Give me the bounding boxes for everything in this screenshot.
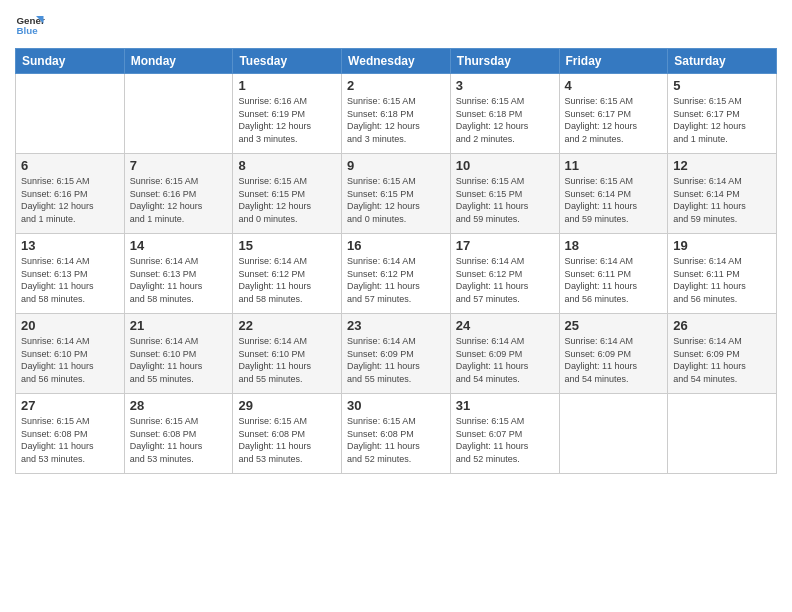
day-info: Sunrise: 6:14 AM Sunset: 6:09 PM Dayligh… — [673, 335, 771, 385]
day-number: 21 — [130, 318, 228, 333]
calendar-cell: 8Sunrise: 6:15 AM Sunset: 6:15 PM Daylig… — [233, 154, 342, 234]
day-info: Sunrise: 6:15 AM Sunset: 6:08 PM Dayligh… — [130, 415, 228, 465]
day-info: Sunrise: 6:14 AM Sunset: 6:10 PM Dayligh… — [21, 335, 119, 385]
day-info: Sunrise: 6:14 AM Sunset: 6:09 PM Dayligh… — [347, 335, 445, 385]
day-info: Sunrise: 6:15 AM Sunset: 6:16 PM Dayligh… — [21, 175, 119, 225]
calendar-cell: 14Sunrise: 6:14 AM Sunset: 6:13 PM Dayli… — [124, 234, 233, 314]
day-number: 14 — [130, 238, 228, 253]
page: General Blue SundayMondayTuesdayWednesda… — [0, 0, 792, 612]
calendar-cell: 12Sunrise: 6:14 AM Sunset: 6:14 PM Dayli… — [668, 154, 777, 234]
day-number: 2 — [347, 78, 445, 93]
calendar-cell: 10Sunrise: 6:15 AM Sunset: 6:15 PM Dayli… — [450, 154, 559, 234]
day-info: Sunrise: 6:14 AM Sunset: 6:09 PM Dayligh… — [565, 335, 663, 385]
day-number: 13 — [21, 238, 119, 253]
day-number: 20 — [21, 318, 119, 333]
calendar-cell: 29Sunrise: 6:15 AM Sunset: 6:08 PM Dayli… — [233, 394, 342, 474]
day-number: 27 — [21, 398, 119, 413]
calendar-header-sunday: Sunday — [16, 49, 125, 74]
day-info: Sunrise: 6:14 AM Sunset: 6:11 PM Dayligh… — [673, 255, 771, 305]
calendar-cell: 19Sunrise: 6:14 AM Sunset: 6:11 PM Dayli… — [668, 234, 777, 314]
day-info: Sunrise: 6:15 AM Sunset: 6:15 PM Dayligh… — [238, 175, 336, 225]
calendar-cell: 6Sunrise: 6:15 AM Sunset: 6:16 PM Daylig… — [16, 154, 125, 234]
day-number: 19 — [673, 238, 771, 253]
calendar-header-tuesday: Tuesday — [233, 49, 342, 74]
day-number: 1 — [238, 78, 336, 93]
day-number: 3 — [456, 78, 554, 93]
calendar-table: SundayMondayTuesdayWednesdayThursdayFrid… — [15, 48, 777, 474]
day-info: Sunrise: 6:15 AM Sunset: 6:17 PM Dayligh… — [565, 95, 663, 145]
calendar-cell: 3Sunrise: 6:15 AM Sunset: 6:18 PM Daylig… — [450, 74, 559, 154]
day-info: Sunrise: 6:14 AM Sunset: 6:12 PM Dayligh… — [238, 255, 336, 305]
calendar-cell: 2Sunrise: 6:15 AM Sunset: 6:18 PM Daylig… — [342, 74, 451, 154]
day-number: 9 — [347, 158, 445, 173]
day-number: 28 — [130, 398, 228, 413]
day-number: 8 — [238, 158, 336, 173]
day-info: Sunrise: 6:14 AM Sunset: 6:13 PM Dayligh… — [130, 255, 228, 305]
day-info: Sunrise: 6:15 AM Sunset: 6:16 PM Dayligh… — [130, 175, 228, 225]
calendar-cell: 1Sunrise: 6:16 AM Sunset: 6:19 PM Daylig… — [233, 74, 342, 154]
calendar-week-0: 1Sunrise: 6:16 AM Sunset: 6:19 PM Daylig… — [16, 74, 777, 154]
calendar-week-4: 27Sunrise: 6:15 AM Sunset: 6:08 PM Dayli… — [16, 394, 777, 474]
calendar-header-row: SundayMondayTuesdayWednesdayThursdayFrid… — [16, 49, 777, 74]
calendar-cell: 9Sunrise: 6:15 AM Sunset: 6:15 PM Daylig… — [342, 154, 451, 234]
calendar-cell — [668, 394, 777, 474]
day-info: Sunrise: 6:15 AM Sunset: 6:17 PM Dayligh… — [673, 95, 771, 145]
day-number: 6 — [21, 158, 119, 173]
day-info: Sunrise: 6:15 AM Sunset: 6:15 PM Dayligh… — [347, 175, 445, 225]
day-number: 11 — [565, 158, 663, 173]
day-info: Sunrise: 6:14 AM Sunset: 6:09 PM Dayligh… — [456, 335, 554, 385]
day-info: Sunrise: 6:14 AM Sunset: 6:12 PM Dayligh… — [456, 255, 554, 305]
calendar-cell: 23Sunrise: 6:14 AM Sunset: 6:09 PM Dayli… — [342, 314, 451, 394]
day-number: 29 — [238, 398, 336, 413]
day-number: 30 — [347, 398, 445, 413]
calendar-week-3: 20Sunrise: 6:14 AM Sunset: 6:10 PM Dayli… — [16, 314, 777, 394]
calendar-cell: 16Sunrise: 6:14 AM Sunset: 6:12 PM Dayli… — [342, 234, 451, 314]
calendar-week-2: 13Sunrise: 6:14 AM Sunset: 6:13 PM Dayli… — [16, 234, 777, 314]
calendar-cell: 28Sunrise: 6:15 AM Sunset: 6:08 PM Dayli… — [124, 394, 233, 474]
calendar-cell: 21Sunrise: 6:14 AM Sunset: 6:10 PM Dayli… — [124, 314, 233, 394]
day-info: Sunrise: 6:16 AM Sunset: 6:19 PM Dayligh… — [238, 95, 336, 145]
day-number: 7 — [130, 158, 228, 173]
calendar-cell: 25Sunrise: 6:14 AM Sunset: 6:09 PM Dayli… — [559, 314, 668, 394]
day-number: 12 — [673, 158, 771, 173]
day-number: 22 — [238, 318, 336, 333]
day-number: 17 — [456, 238, 554, 253]
day-info: Sunrise: 6:14 AM Sunset: 6:10 PM Dayligh… — [238, 335, 336, 385]
calendar-week-1: 6Sunrise: 6:15 AM Sunset: 6:16 PM Daylig… — [16, 154, 777, 234]
day-info: Sunrise: 6:15 AM Sunset: 6:08 PM Dayligh… — [238, 415, 336, 465]
day-number: 5 — [673, 78, 771, 93]
logo: General Blue — [15, 10, 45, 40]
day-number: 25 — [565, 318, 663, 333]
day-info: Sunrise: 6:15 AM Sunset: 6:14 PM Dayligh… — [565, 175, 663, 225]
calendar-header-wednesday: Wednesday — [342, 49, 451, 74]
day-number: 15 — [238, 238, 336, 253]
calendar-cell: 13Sunrise: 6:14 AM Sunset: 6:13 PM Dayli… — [16, 234, 125, 314]
svg-text:Blue: Blue — [17, 25, 39, 36]
day-number: 4 — [565, 78, 663, 93]
calendar-cell: 15Sunrise: 6:14 AM Sunset: 6:12 PM Dayli… — [233, 234, 342, 314]
calendar-cell: 24Sunrise: 6:14 AM Sunset: 6:09 PM Dayli… — [450, 314, 559, 394]
calendar-cell — [16, 74, 125, 154]
calendar-cell: 11Sunrise: 6:15 AM Sunset: 6:14 PM Dayli… — [559, 154, 668, 234]
calendar-header-monday: Monday — [124, 49, 233, 74]
day-number: 18 — [565, 238, 663, 253]
calendar-cell: 17Sunrise: 6:14 AM Sunset: 6:12 PM Dayli… — [450, 234, 559, 314]
calendar-header-friday: Friday — [559, 49, 668, 74]
day-info: Sunrise: 6:15 AM Sunset: 6:18 PM Dayligh… — [347, 95, 445, 145]
day-info: Sunrise: 6:15 AM Sunset: 6:07 PM Dayligh… — [456, 415, 554, 465]
calendar-cell: 27Sunrise: 6:15 AM Sunset: 6:08 PM Dayli… — [16, 394, 125, 474]
header: General Blue — [15, 10, 777, 40]
calendar-cell: 5Sunrise: 6:15 AM Sunset: 6:17 PM Daylig… — [668, 74, 777, 154]
day-number: 23 — [347, 318, 445, 333]
day-number: 16 — [347, 238, 445, 253]
calendar-cell: 26Sunrise: 6:14 AM Sunset: 6:09 PM Dayli… — [668, 314, 777, 394]
day-number: 24 — [456, 318, 554, 333]
calendar-cell: 4Sunrise: 6:15 AM Sunset: 6:17 PM Daylig… — [559, 74, 668, 154]
calendar-cell: 30Sunrise: 6:15 AM Sunset: 6:08 PM Dayli… — [342, 394, 451, 474]
day-info: Sunrise: 6:15 AM Sunset: 6:08 PM Dayligh… — [21, 415, 119, 465]
day-info: Sunrise: 6:14 AM Sunset: 6:12 PM Dayligh… — [347, 255, 445, 305]
calendar-header-saturday: Saturday — [668, 49, 777, 74]
day-number: 31 — [456, 398, 554, 413]
day-info: Sunrise: 6:14 AM Sunset: 6:10 PM Dayligh… — [130, 335, 228, 385]
day-info: Sunrise: 6:14 AM Sunset: 6:13 PM Dayligh… — [21, 255, 119, 305]
